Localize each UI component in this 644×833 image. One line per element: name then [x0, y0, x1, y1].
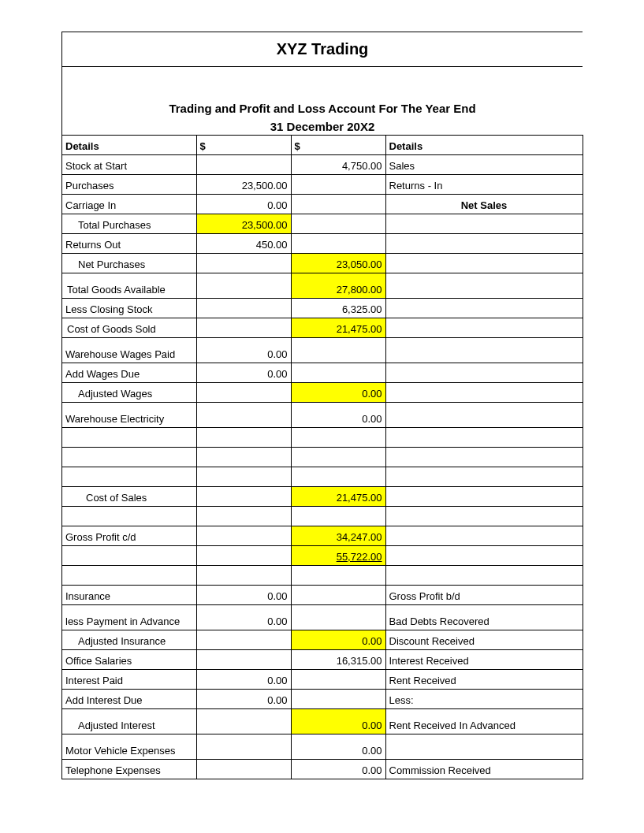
row-label-right: Commission Received — [385, 760, 583, 779]
row-label-right: Rent Received — [385, 670, 583, 690]
row-label-left: Carriage In — [62, 195, 196, 214]
row-amount-2: 0.00 — [291, 630, 385, 650]
row-label-right — [385, 428, 583, 448]
row-label-left: Add Interest Due — [62, 690, 196, 709]
row-amount-1: 0.00 — [196, 586, 291, 605]
row-amount-1: 0.00 — [196, 690, 291, 709]
row-amount-2: 21,475.00 — [291, 318, 385, 338]
row-label-right — [385, 234, 583, 254]
row-amount-1: 0.00 — [196, 338, 291, 363]
row-amount-2 — [291, 566, 385, 586]
row-amount-2 — [291, 586, 385, 605]
table-row — [62, 467, 583, 487]
row-amount-2: 21,475.00 — [291, 487, 385, 507]
table-row: Cost of Sales21,475.00 — [62, 487, 583, 507]
row-amount-2 — [291, 605, 385, 630]
row-amount-1 — [196, 428, 291, 448]
row-label-left: Interest Paid — [62, 670, 196, 690]
row-label-left: Office Salaries — [62, 650, 196, 670]
row-label-left: Adjusted Insurance — [62, 630, 196, 650]
header-col1: $ — [196, 136, 291, 155]
table-row: Total Goods Available27,800.00 — [62, 273, 583, 299]
row-label-right — [385, 507, 583, 526]
table-row: Purchases23,500.00Returns - In — [62, 175, 583, 195]
row-label-left — [62, 566, 196, 586]
table-row: Gross Profit c/d34,247.00 — [62, 526, 583, 546]
row-amount-1 — [196, 487, 291, 507]
row-amount-2 — [291, 428, 385, 448]
row-label-left — [62, 507, 196, 526]
table-row — [62, 507, 583, 526]
subtitle-line-2: 31 December 20X2 — [62, 117, 583, 135]
row-label-left: Less Closing Stock — [62, 299, 196, 318]
row-amount-1: 23,500.00 — [196, 175, 291, 195]
row-amount-1: 23,500.00 — [196, 214, 291, 234]
row-label-right — [385, 448, 583, 467]
row-label-left — [62, 448, 196, 467]
row-amount-1 — [196, 760, 291, 779]
row-amount-2 — [291, 363, 385, 383]
row-amount-1 — [196, 507, 291, 526]
row-amount-2: 55,722.00 — [291, 546, 385, 566]
row-label-left: Insurance — [62, 586, 196, 605]
row-label-right — [385, 467, 583, 487]
header-col2: $ — [291, 136, 385, 155]
company-title: XYZ Trading — [62, 32, 583, 67]
row-label-left — [62, 467, 196, 487]
row-amount-1 — [196, 467, 291, 487]
row-label-left: Net Purchases — [62, 254, 196, 273]
row-label-left: Purchases — [62, 175, 196, 195]
row-label-right: Bad Debts Recovered — [385, 605, 583, 630]
row-label-right: Interest Received — [385, 650, 583, 670]
table-row: Warehouse Electricity0.00 — [62, 403, 583, 428]
row-amount-1 — [196, 254, 291, 273]
row-label-left: Motor Vehicle Expenses — [62, 734, 196, 760]
table-row — [62, 428, 583, 448]
row-amount-2 — [291, 175, 385, 195]
row-amount-1 — [196, 403, 291, 428]
header-details-right: Details — [385, 136, 583, 155]
row-amount-1: 0.00 — [196, 363, 291, 383]
row-label-left: Cost of Sales — [62, 487, 196, 507]
row-amount-1: 0.00 — [196, 605, 291, 630]
table-row: Insurance0.00Gross Profit b/d — [62, 586, 583, 605]
row-amount-1 — [196, 273, 291, 299]
row-label-right — [385, 254, 583, 273]
row-amount-1: 0.00 — [196, 670, 291, 690]
table-row: Stock at Start4,750.00Sales — [62, 155, 583, 175]
row-amount-2: 16,315.00 — [291, 650, 385, 670]
row-label-left: Returns Out — [62, 234, 196, 254]
row-amount-1: 0.00 — [196, 195, 291, 214]
table-row: Returns Out450.00 — [62, 234, 583, 254]
table-row: Warehouse Wages Paid0.00 — [62, 338, 583, 363]
row-amount-1 — [196, 630, 291, 650]
row-label-left: Total Purchases — [62, 214, 196, 234]
row-amount-2 — [291, 690, 385, 709]
row-amount-1 — [196, 650, 291, 670]
table-row: Adjusted Insurance0.00Discount Received — [62, 630, 583, 650]
row-label-right — [385, 526, 583, 546]
table-row: Adjusted Interest0.00Rent Received In Ad… — [62, 709, 583, 734]
table-row: 55,722.00 — [62, 546, 583, 566]
row-label-left — [62, 546, 196, 566]
row-label-right — [385, 299, 583, 318]
row-label-right — [385, 734, 583, 760]
table-row: Telephone Expenses0.00Commission Receive… — [62, 760, 583, 779]
profit-loss-statement: XYZ Trading Trading and Profit and Loss … — [61, 32, 583, 779]
row-amount-2: 0.00 — [291, 383, 385, 403]
row-amount-1 — [196, 546, 291, 566]
row-label-right — [385, 383, 583, 403]
row-label-left: Gross Profit c/d — [62, 526, 196, 546]
row-label-left: Stock at Start — [62, 155, 196, 175]
row-amount-1 — [196, 709, 291, 734]
row-label-right: Sales — [385, 155, 583, 175]
spacer — [62, 67, 583, 99]
row-amount-2: 23,050.00 — [291, 254, 385, 273]
row-amount-2 — [291, 195, 385, 214]
row-label-right — [385, 487, 583, 507]
row-label-right: Less: — [385, 690, 583, 709]
row-amount-1 — [196, 318, 291, 338]
table-row: Motor Vehicle Expenses0.00 — [62, 734, 583, 760]
row-amount-2: 27,800.00 — [291, 273, 385, 299]
row-amount-1: 450.00 — [196, 234, 291, 254]
